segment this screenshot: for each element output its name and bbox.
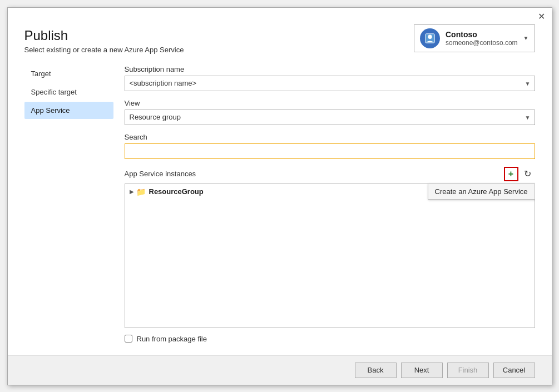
instances-header: App Service instances + ↻ Create an Azur… [125,167,535,181]
back-button[interactable]: Back [355,363,397,378]
finish-button[interactable]: Finish [447,363,489,378]
search-input[interactable] [125,143,535,159]
instances-label: App Service instances [125,170,196,178]
account-info: Contoso someone@contoso.com [446,30,518,47]
sidebar-item-target[interactable]: Target [24,65,113,82]
close-button[interactable]: ✕ [536,11,547,22]
view-label: View [125,99,535,107]
sidebar-item-specific-target[interactable]: Specific target [24,83,113,101]
run-from-package-label: Run from package file [137,335,207,343]
subscription-wrapper: <subscription name> ▼ [125,76,535,91]
content-area: Target Specific target App Service Subsc… [8,59,552,355]
account-badge[interactable]: Contoso someone@contoso.com ▼ [414,24,535,52]
svg-point-1 [428,34,432,38]
subscription-select[interactable]: <subscription name> [125,76,535,91]
chevron-down-icon: ▼ [523,35,529,41]
search-field-group: Search [125,133,535,159]
add-tooltip: Create an Azure App Service [428,183,535,200]
next-button[interactable]: Next [401,363,443,378]
instances-actions: + ↻ Create an Azure App Service [504,167,535,181]
checkbox-row: Run from package file [125,328,535,350]
dialog-footer: Back Next Finish Cancel [8,355,552,385]
account-name: Contoso [446,30,518,39]
subscription-field-group: Subscription name <subscription name> ▼ [125,65,535,91]
title-bar: ✕ [8,8,552,22]
avatar [420,28,440,48]
subscription-label: Subscription name [125,65,535,73]
instances-section: App Service instances + ↻ Create an Azur… [125,167,535,350]
refresh-button[interactable]: ↻ [521,167,535,181]
view-select[interactable]: Resource group [125,110,535,125]
run-from-package-checkbox[interactable] [125,335,132,343]
folder-icon: 📁 [136,187,146,196]
main-content: Subscription name <subscription name> ▼ … [113,59,535,355]
account-email: someone@contoso.com [446,39,518,47]
view-wrapper: Resource group ▼ [125,110,535,125]
sidebar-item-app-service[interactable]: App Service [24,102,113,119]
publish-dialog: ✕ Contoso someone@contoso.com ▼ Publish … [7,7,552,385]
plus-icon: + [508,169,513,179]
refresh-icon: ↻ [524,168,531,179]
sidebar: Target Specific target App Service [24,59,113,355]
instances-list[interactable]: ▶ 📁 ResourceGroup [125,183,535,328]
cancel-button[interactable]: Cancel [493,363,535,378]
search-label: Search [125,133,535,141]
resource-group-label: ResourceGroup [149,187,204,196]
view-field-group: View Resource group ▼ [125,99,535,125]
tree-expand-icon: ▶ [130,188,134,195]
add-app-service-button[interactable]: + [504,167,518,181]
